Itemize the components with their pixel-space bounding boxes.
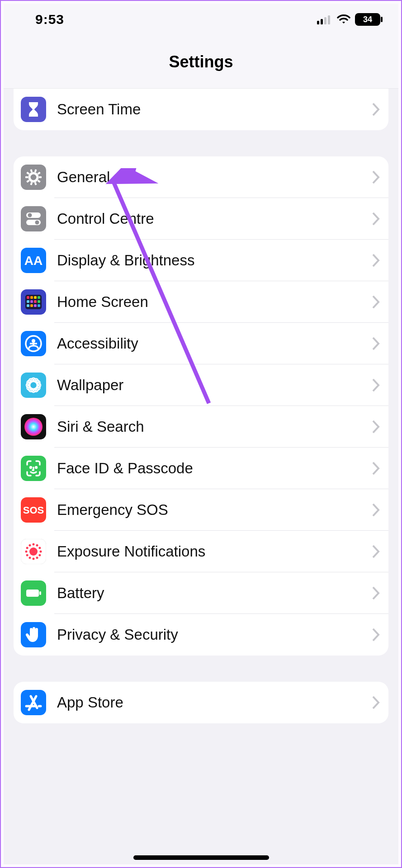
svg-rect-31 bbox=[30, 300, 33, 303]
settings-row-privacy-security[interactable]: Privacy & Security bbox=[14, 614, 388, 656]
svg-text:AA: AA bbox=[24, 254, 43, 268]
svg-point-67 bbox=[29, 544, 31, 547]
chevron-right-icon bbox=[371, 170, 380, 185]
wifi-icon bbox=[337, 14, 350, 24]
svg-rect-35 bbox=[30, 304, 33, 307]
chevron-right-icon bbox=[371, 294, 380, 310]
settings-row-label: Siri & Search bbox=[57, 418, 371, 435]
general-icon bbox=[21, 165, 46, 190]
svg-rect-5 bbox=[21, 165, 46, 190]
settings-group: General Control Centre AA Display & Brig… bbox=[14, 156, 388, 656]
chevron-right-icon bbox=[371, 253, 380, 268]
battery-indicator: 34 bbox=[355, 13, 380, 26]
settings-row-exposure-notifications[interactable]: Exposure Notifications bbox=[14, 531, 388, 572]
svg-point-54 bbox=[36, 467, 37, 468]
cellular-signal-icon bbox=[317, 14, 332, 24]
privacy-security-icon bbox=[21, 622, 46, 647]
chevron-right-icon bbox=[371, 502, 380, 518]
settings-row-home-screen[interactable]: Home Screen bbox=[14, 281, 388, 323]
settings-row-control-centre[interactable]: Control Centre bbox=[14, 198, 388, 240]
settings-row-label: General bbox=[57, 169, 371, 186]
settings-row-label: App Store bbox=[57, 694, 371, 711]
battery-percent: 34 bbox=[363, 15, 372, 24]
settings-row-label: Face ID & Passcode bbox=[57, 460, 371, 477]
svg-point-70 bbox=[38, 547, 41, 549]
settings-row-siri-search[interactable]: Siri & Search bbox=[14, 406, 388, 448]
chevron-right-icon bbox=[371, 211, 380, 226]
svg-line-11 bbox=[27, 180, 29, 182]
svg-rect-73 bbox=[39, 591, 41, 595]
settings-row-emergency-sos[interactable]: SOS Emergency SOS bbox=[14, 489, 388, 531]
settings-row-accessibility[interactable]: Accessibility bbox=[14, 323, 388, 364]
svg-point-62 bbox=[33, 558, 35, 560]
svg-rect-17 bbox=[21, 206, 46, 231]
svg-rect-36 bbox=[34, 304, 37, 307]
svg-point-63 bbox=[29, 557, 31, 559]
settings-row-display-brightness[interactable]: AA Display & Brightness bbox=[14, 240, 388, 281]
phone-frame: 9:53 34 Settings bbox=[4, 4, 398, 864]
chevron-right-icon bbox=[371, 544, 380, 559]
svg-rect-37 bbox=[38, 304, 40, 307]
svg-line-9 bbox=[35, 182, 36, 185]
svg-rect-32 bbox=[34, 300, 37, 303]
chevron-right-icon bbox=[371, 377, 380, 393]
svg-rect-0 bbox=[317, 21, 319, 24]
svg-rect-27 bbox=[30, 296, 33, 299]
settings-list[interactable]: Screen Time General Control Centre AA Di… bbox=[4, 89, 398, 864]
settings-row-app-store[interactable]: App Store bbox=[14, 682, 388, 723]
settings-row-label: Screen Time bbox=[57, 101, 371, 118]
status-bar-time: 9:53 bbox=[35, 12, 64, 27]
battery-icon bbox=[21, 580, 46, 606]
svg-text:SOS: SOS bbox=[23, 505, 44, 516]
settings-row-general[interactable]: General bbox=[14, 156, 388, 198]
svg-line-15 bbox=[35, 170, 36, 172]
settings-row-label: Emergency SOS bbox=[57, 501, 371, 519]
settings-row-label: Wallpaper bbox=[57, 377, 371, 394]
svg-point-61 bbox=[36, 557, 38, 559]
settings-row-label: Battery bbox=[57, 585, 371, 602]
svg-rect-43 bbox=[21, 373, 46, 398]
settings-row-faceid-passcode[interactable]: Face ID & Passcode bbox=[14, 448, 388, 489]
chevron-right-icon bbox=[371, 695, 380, 710]
settings-row-label: Control Centre bbox=[57, 210, 371, 227]
chevron-right-icon bbox=[371, 336, 380, 351]
chevron-right-icon bbox=[371, 102, 380, 117]
settings-row-label: Exposure Notifications bbox=[57, 543, 371, 560]
emergency-sos-icon: SOS bbox=[21, 497, 46, 523]
home-screen-icon bbox=[21, 289, 46, 315]
svg-point-59 bbox=[40, 551, 42, 553]
svg-rect-33 bbox=[38, 300, 40, 303]
svg-rect-2 bbox=[324, 17, 326, 24]
home-indicator[interactable] bbox=[133, 855, 269, 860]
svg-point-19 bbox=[28, 213, 32, 217]
svg-point-60 bbox=[38, 554, 41, 557]
svg-point-65 bbox=[25, 551, 28, 553]
chevron-right-icon bbox=[371, 461, 380, 476]
chevron-right-icon bbox=[371, 627, 380, 642]
svg-line-8 bbox=[38, 180, 40, 182]
svg-point-53 bbox=[30, 467, 32, 468]
svg-point-51 bbox=[24, 418, 43, 436]
svg-point-64 bbox=[26, 554, 28, 557]
settings-row-label: Display & Brightness bbox=[57, 252, 371, 269]
svg-rect-1 bbox=[321, 19, 323, 24]
settings-row-screen-time[interactable]: Screen Time bbox=[14, 89, 388, 130]
svg-point-69 bbox=[36, 544, 38, 547]
screen-time-icon bbox=[21, 97, 46, 122]
chevron-right-icon bbox=[371, 419, 380, 434]
exposure-notifications-icon bbox=[21, 539, 46, 564]
svg-rect-29 bbox=[38, 296, 40, 299]
svg-line-16 bbox=[38, 172, 40, 174]
display-brightness-icon: AA bbox=[21, 248, 46, 273]
svg-point-68 bbox=[33, 543, 35, 546]
faceid-passcode-icon bbox=[21, 456, 46, 481]
svg-point-66 bbox=[26, 547, 28, 549]
settings-row-wallpaper[interactable]: Wallpaper bbox=[14, 364, 388, 406]
page-title: Settings bbox=[4, 35, 398, 89]
svg-line-10 bbox=[31, 182, 32, 185]
status-bar-indicators: 34 bbox=[317, 13, 380, 26]
settings-row-battery[interactable]: Battery bbox=[14, 572, 388, 614]
svg-line-14 bbox=[31, 170, 32, 172]
settings-group: Screen Time bbox=[14, 89, 388, 130]
chevron-right-icon bbox=[371, 585, 380, 601]
